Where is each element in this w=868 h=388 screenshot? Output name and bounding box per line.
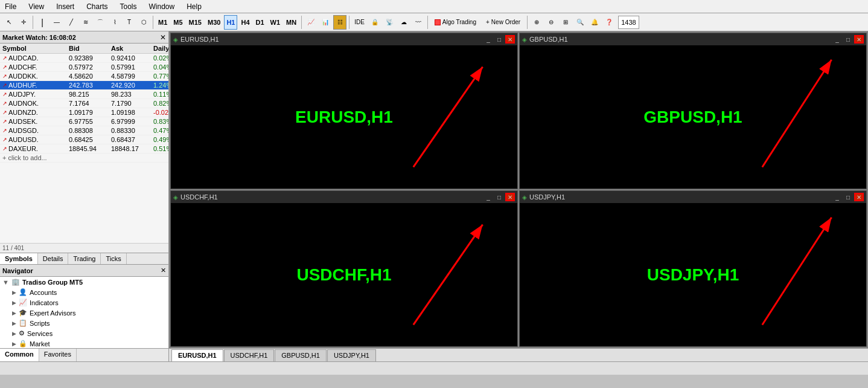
- tool-regression[interactable]: ⌒: [94, 15, 107, 30]
- charts-tab-usdchf[interactable]: USDCHF,H1: [224, 349, 275, 361]
- tf-m30[interactable]: M30: [205, 15, 223, 30]
- navigator-close[interactable]: ✕: [161, 267, 166, 274]
- chart-line[interactable]: 📈: [304, 15, 318, 30]
- chart-usdchf-label: USDCHF,H1: [296, 265, 391, 285]
- algo-trading-btn[interactable]: Algo Trading: [430, 15, 480, 30]
- tf-h4[interactable]: H4: [238, 15, 252, 30]
- chart-gbpusd-close[interactable]: ✕: [854, 35, 864, 44]
- tf-mn[interactable]: MN: [284, 15, 299, 30]
- chart-usdjpy-close[interactable]: ✕: [854, 193, 864, 201]
- help-btn[interactable]: ❓: [602, 15, 616, 30]
- chart-bars[interactable]: 📊: [319, 15, 332, 30]
- tool-hline[interactable]: —: [50, 15, 63, 30]
- menu-view[interactable]: View: [26, 1, 46, 12]
- nav-item-expert-advisors[interactable]: ▶ 🎓 Expert Advisors: [0, 308, 168, 318]
- chart-usdchf-restore[interactable]: □: [494, 193, 504, 201]
- menu-help[interactable]: Help: [184, 1, 204, 12]
- vps-btn[interactable]: 〰: [412, 15, 425, 30]
- chart-eurusd-body[interactable]: EURUSD,H1: [171, 45, 517, 189]
- algo-trading-label: Algo Trading: [442, 19, 476, 25]
- menu-file[interactable]: File: [2, 1, 19, 12]
- menu-tools[interactable]: Tools: [118, 1, 139, 12]
- mw-row-auddkk[interactable]: ↗ AUDDKK. 4.58620 4.58799 0.77%: [0, 72, 168, 81]
- mw-row-audsek[interactable]: ↗ AUDSEK. 6.97755 6.97999 0.83%: [0, 117, 168, 126]
- services-icon: ⚙: [19, 329, 25, 337]
- tool-pitchfork[interactable]: ⌇: [108, 15, 121, 30]
- market-watch-titlebar: Market Watch: 16:08:02 ✕: [0, 31, 168, 44]
- chart-properties-btn[interactable]: ⊞: [559, 15, 572, 30]
- ide-btn[interactable]: IDE: [352, 15, 367, 30]
- chart-usdjpy-body[interactable]: USDJPY,H1: [520, 203, 866, 346]
- nav-item-indicators[interactable]: ▶ 📈 Indicators: [0, 297, 168, 308]
- chart-gbpusd-minimize[interactable]: _: [832, 35, 842, 44]
- mw-tab-details[interactable]: Details: [38, 253, 69, 264]
- chart-gbpusd-restore[interactable]: □: [843, 35, 853, 44]
- zoom-in-btn[interactable]: ⊕: [530, 15, 543, 30]
- market-watch-close[interactable]: ✕: [160, 33, 166, 42]
- tool-shapes[interactable]: ⬡: [137, 15, 150, 30]
- tf-m15[interactable]: M15: [187, 15, 204, 30]
- menu-window[interactable]: Window: [147, 1, 177, 12]
- tool-text[interactable]: T: [123, 15, 136, 30]
- mw-row-audchf[interactable]: ↗ AUDCHF. 0.57972 0.57991 0.04%: [0, 63, 168, 72]
- mw-row-audnzd[interactable]: ↗ AUDNZD. 1.09179 1.09198 -0.02%: [0, 108, 168, 117]
- nav-item-market[interactable]: ▶ 🔒 Market: [0, 338, 168, 348]
- chart-usdchf-minimize[interactable]: _: [483, 193, 493, 201]
- search-btn[interactable]: 🔍: [573, 15, 587, 30]
- cloud-btn[interactable]: ☁: [397, 15, 410, 30]
- mw-tab-trading[interactable]: Trading: [68, 253, 101, 264]
- chart-usdchf-titlebar: ◈ USDCHF,H1 _ □ ✕: [171, 191, 517, 203]
- mw-row-daxeur[interactable]: ↗ DAXEUR. 18845.94 18848.17 0.51%: [0, 144, 168, 154]
- chart-eurusd-close[interactable]: ✕: [505, 35, 515, 44]
- nav-item-scripts[interactable]: ▶ 📋 Scripts: [0, 318, 168, 328]
- mw-add-row[interactable]: + click to add...: [0, 154, 168, 163]
- nav-broker-label: Tradiso Group MT5: [22, 279, 83, 286]
- menu-charts[interactable]: Charts: [84, 1, 110, 12]
- chart-eurusd-minimize[interactable]: _: [483, 35, 493, 44]
- nav-item-services[interactable]: ▶ ⚙ Services: [0, 328, 168, 338]
- chart-usdjpy: ◈ USDJPY,H1 _ □ ✕ USDJPY,H1: [519, 190, 867, 347]
- ea-label: Expert Advisors: [30, 309, 75, 317]
- charts-tab-usdjpy[interactable]: USDJPY,H1: [327, 349, 376, 361]
- chart-candles[interactable]: ☷: [333, 15, 346, 30]
- chart-usdjpy-restore[interactable]: □: [843, 193, 853, 201]
- charts-tab-eurusd[interactable]: EURUSD,H1: [171, 349, 223, 361]
- nav-root[interactable]: ▼ 🏢 Tradiso Group MT5: [0, 277, 168, 287]
- chart-usdjpy-minimize[interactable]: _: [832, 193, 842, 201]
- tf-m5[interactable]: M5: [171, 15, 185, 30]
- tool-trendline[interactable]: ╱: [65, 15, 78, 30]
- tool-arrow[interactable]: ↖: [2, 15, 16, 30]
- nav-tab-common[interactable]: Common: [0, 349, 39, 361]
- menu-insert[interactable]: Insert: [54, 1, 77, 12]
- mw-row-audsgd[interactable]: ↗ AUDSGD. 0.88308 0.88330 0.47%: [0, 126, 168, 135]
- signal-btn[interactable]: 📡: [383, 15, 396, 30]
- alert-btn[interactable]: 🔔: [588, 15, 601, 30]
- chart-usdchf-close[interactable]: ✕: [505, 193, 515, 201]
- tf-m1[interactable]: M1: [156, 15, 170, 30]
- chart-eurusd-restore[interactable]: □: [494, 35, 504, 44]
- chart-gbpusd-controls: _ □ ✕: [832, 35, 864, 44]
- mw-tab-ticks[interactable]: Ticks: [101, 253, 126, 264]
- tf-w1[interactable]: W1: [268, 15, 283, 30]
- tool-crosshair[interactable]: ✛: [17, 15, 30, 30]
- ea-icon: 🎓: [19, 309, 27, 317]
- mw-row-audusd[interactable]: ↗ AUDUSD. 0.68425 0.68437 0.49%: [0, 135, 168, 144]
- market-watch-rows: ↗ AUDCAD. 0.92389 0.92410 0.02% ↗ AUDCHF…: [0, 54, 168, 154]
- new-order-btn[interactable]: + New Order: [482, 15, 525, 30]
- tf-h1[interactable]: H1: [224, 15, 237, 30]
- tool-vline[interactable]: |: [36, 15, 49, 30]
- mw-tab-symbols[interactable]: Symbols: [0, 253, 38, 264]
- mw-row-audhuf[interactable]: ↗ AUDHUF. 242.783 242.920 1.24%: [0, 81, 168, 90]
- nav-item-accounts[interactable]: ▶ 👤 Accounts: [0, 287, 168, 297]
- mw-row-audcad[interactable]: ↗ AUDCAD. 0.92389 0.92410 0.02%: [0, 54, 168, 63]
- tool-channel[interactable]: ≋: [79, 15, 92, 30]
- nav-tab-favorites[interactable]: Favorites: [39, 349, 77, 361]
- chart-gbpusd-body[interactable]: GBPUSD,H1: [520, 45, 866, 189]
- tf-d1[interactable]: D1: [254, 15, 267, 30]
- mw-row-audjpy[interactable]: ↗ AUDJPY. 98.215 98.233 0.11%: [0, 90, 168, 99]
- mw-row-audnok[interactable]: ↗ AUDNOK. 7.1764 7.1790 0.82%: [0, 99, 168, 108]
- charts-tab-gbpusd[interactable]: GBPUSD,H1: [275, 349, 327, 361]
- lock-btn[interactable]: 🔒: [368, 15, 381, 30]
- zoom-out-btn[interactable]: ⊖: [544, 15, 558, 30]
- chart-usdchf-body[interactable]: USDCHF,H1: [171, 203, 517, 346]
